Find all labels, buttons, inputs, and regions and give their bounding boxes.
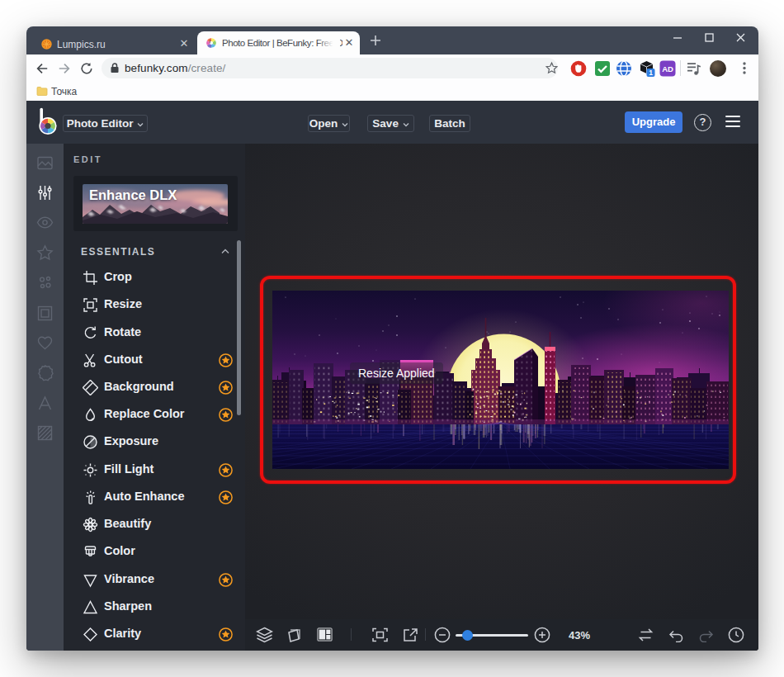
svg-text:AD: AD: [662, 64, 673, 73]
svg-text:1: 1: [649, 69, 653, 77]
